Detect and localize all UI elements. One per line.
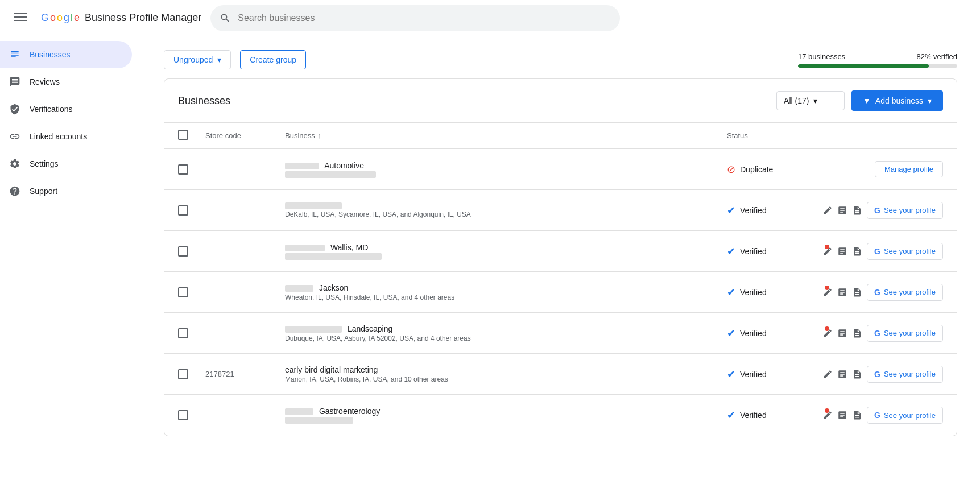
table-row: 2178721 early bird digital marketing Mar… [164, 354, 957, 395]
sidebar-item-businesses[interactable]: Businesses [0, 41, 132, 68]
row5-edit-icon[interactable] [822, 323, 833, 344]
progress-bar-fill [798, 64, 929, 68]
table-row: Landscaping Dubuque, IA, USA, Asbury, IA… [164, 313, 957, 354]
row5-posts-icon[interactable] [852, 323, 862, 344]
col-status: Status [727, 131, 829, 140]
header-checkbox-col [178, 130, 205, 142]
row7-edit-icon[interactable] [822, 405, 833, 425]
sidebar-item-support[interactable]: Support [0, 177, 132, 205]
row2-g-logo: G [874, 206, 880, 215]
row6-photo-icon[interactable] [837, 364, 847, 384]
sidebar-label-linked-accounts: Linked accounts [30, 132, 87, 141]
add-business-button[interactable]: ▼ Add business ▾ [851, 90, 943, 111]
row3-actions: G See your profile [829, 241, 943, 262]
row3-photo-icon[interactable] [837, 241, 847, 262]
row7-see-profile-button[interactable]: G See your profile [867, 407, 943, 424]
row6-see-profile-button[interactable]: G See your profile [867, 366, 943, 383]
sidebar-item-reviews[interactable]: Reviews [0, 68, 132, 96]
row1-status-text: Duplicate [740, 165, 773, 174]
row2-posts-icon[interactable] [852, 200, 862, 221]
row3-business-name: Wallis, MD [285, 243, 727, 252]
col-business[interactable]: Business ↑ [285, 131, 727, 140]
row5-status-text: Verified [740, 329, 767, 338]
row6-checkbox-col [178, 369, 205, 379]
row3-checkbox[interactable] [178, 246, 188, 257]
row6-posts-icon[interactable] [852, 364, 862, 384]
select-all-checkbox[interactable] [178, 130, 188, 140]
sidebar: Businesses Reviews Verifications [0, 36, 141, 484]
row7-redacted-name [285, 408, 313, 415]
row4-photo-icon[interactable] [837, 282, 847, 303]
row5-verified-icon: ✔ [727, 327, 735, 340]
row5-photo-icon[interactable] [837, 323, 847, 344]
row2-business: DeKalb, IL, USA, Sycamore, IL, USA, and … [285, 202, 727, 218]
row4-checkbox[interactable] [178, 287, 188, 297]
row1-checkbox[interactable] [178, 164, 188, 175]
row3-status: ✔ Verified [727, 245, 829, 258]
row4-edit-icon[interactable] [822, 282, 833, 303]
row2-see-profile-button[interactable]: G See your profile [867, 202, 943, 219]
row2-checkbox[interactable] [178, 205, 188, 216]
row3-see-profile-button[interactable]: G See your profile [867, 243, 943, 260]
row6-business-name-text: early bird digital marketing [285, 365, 727, 374]
create-group-button[interactable]: Create group [240, 50, 306, 69]
row2-status-text: Verified [740, 206, 767, 215]
row6-edit-icon[interactable] [822, 364, 833, 384]
row4-address: Wheaton, IL, USA, Hinsdale, IL, USA, and… [285, 293, 727, 301]
row3-posts-icon[interactable] [852, 241, 862, 262]
businesses-panel-title: Businesses [178, 95, 230, 107]
sidebar-item-verifications[interactable]: Verifications [0, 96, 132, 123]
add-business-chevron-icon: ▾ [928, 96, 932, 105]
row2-photo-icon[interactable] [837, 200, 847, 221]
filter-select[interactable]: All (17) ▾ [776, 91, 845, 110]
row5-see-profile-button[interactable]: G See your profile [867, 325, 943, 342]
svg-rect-0 [14, 13, 27, 14]
sidebar-label-businesses: Businesses [30, 50, 71, 59]
row2-address: DeKalb, IL, USA, Sycamore, IL, USA, and … [285, 210, 727, 218]
create-group-label: Create group [250, 55, 296, 64]
row1-status: ⊘ Duplicate [727, 163, 829, 176]
row5-see-profile-label: See your profile [884, 329, 936, 337]
businesses-count-label: 17 businesses [798, 52, 845, 61]
ungrouped-button[interactable]: Ungrouped ▾ [164, 50, 231, 69]
row2-edit-icon[interactable] [822, 200, 833, 221]
row1-manage-profile-button[interactable]: Manage profile [875, 161, 943, 177]
col-store-code: Store code [205, 131, 285, 140]
row7-photo-icon[interactable] [837, 405, 847, 425]
row7-posts-icon[interactable] [852, 405, 862, 425]
row1-actions: Manage profile [829, 161, 943, 177]
google-logo: Google Business Profile Manager [41, 12, 201, 24]
row4-g-logo: G [874, 288, 880, 297]
row2-redacted-name [285, 202, 342, 209]
table-row: Automotive ⊘ Duplicate Manage profile [164, 149, 957, 190]
row7-see-profile-label: See your profile [884, 411, 936, 420]
row5-checkbox[interactable] [178, 328, 188, 338]
row6-checkbox[interactable] [178, 369, 188, 379]
row1-business: Automotive [285, 161, 727, 178]
sidebar-label-support: Support [30, 187, 57, 196]
linked-accounts-icon [9, 131, 20, 142]
row4-posts-icon[interactable] [852, 282, 862, 303]
row4-see-profile-button[interactable]: G See your profile [867, 284, 943, 301]
row6-verified-icon: ✔ [727, 368, 735, 380]
add-business-label: Add business [875, 96, 923, 105]
search-input[interactable] [238, 13, 611, 23]
row6-status: ✔ Verified [727, 368, 829, 380]
sidebar-item-linked-accounts[interactable]: Linked accounts [0, 123, 132, 150]
search-bar[interactable] [210, 5, 620, 31]
row4-actions: G See your profile [829, 282, 943, 303]
row3-business-name-text: Wallis, MD [330, 243, 368, 252]
header-actions: All (17) ▾ ▼ Add business ▾ [776, 90, 943, 111]
row2-status: ✔ Verified [727, 204, 829, 217]
sidebar-item-settings[interactable]: Settings [0, 150, 132, 177]
row3-edit-icon[interactable] [822, 241, 833, 262]
menu-icon[interactable] [9, 6, 32, 30]
main-content: Ungrouped ▾ Create group 17 businesses 8… [141, 36, 980, 484]
row5-business-name: Landscaping [285, 324, 727, 333]
row3-business: Wallis, MD [285, 243, 727, 260]
row1-redacted-addr [285, 171, 376, 178]
sidebar-label-reviews: Reviews [30, 77, 60, 86]
row7-checkbox[interactable] [178, 410, 188, 420]
row3-verified-icon: ✔ [727, 245, 735, 258]
row6-business: early bird digital marketing Marion, IA,… [285, 365, 727, 383]
